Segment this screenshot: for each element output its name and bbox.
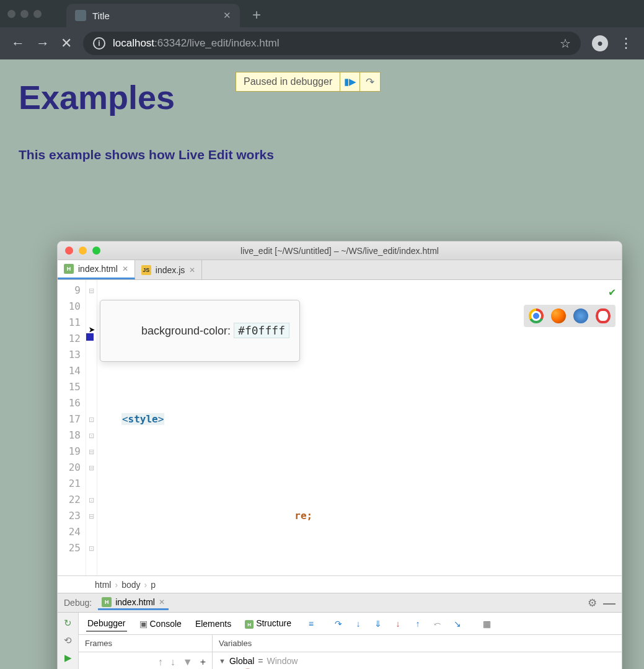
resume-button[interactable]: ▮▶ [340, 72, 360, 91]
line-number: 15 [58, 379, 81, 395]
close-icon[interactable]: ✕ [159, 598, 165, 606]
fold-icon[interactable]: ⊡ [86, 492, 97, 508]
line-number: 17 [58, 411, 81, 427]
tab-bar: Title ✕ + [0, 0, 644, 27]
firefox-icon[interactable] [551, 308, 566, 323]
fold-icon[interactable]: ⊟ [86, 282, 97, 299]
checkmark-icon: ✔ [609, 284, 615, 300]
editor[interactable]: 9 10 11 12 13 14 15 16 17 18 19 20 21 22… [58, 280, 622, 575]
code-line [100, 556, 622, 572]
run-to-cursor-icon[interactable]: ↘ [451, 618, 464, 630]
fold-icon[interactable]: ⊡ [86, 540, 97, 556]
window-max-icon [33, 10, 42, 18]
line-number: 10 [58, 299, 81, 315]
browser-tab[interactable]: Title ✕ [66, 4, 240, 27]
code-area[interactable]: background-color: #f0ffff ➤ ✔ <style> re… [97, 280, 622, 575]
collapse-icon[interactable]: ▼ [219, 657, 226, 665]
line-gutter: 9 10 11 12 13 14 15 16 17 18 19 20 21 22… [58, 280, 86, 575]
var-row[interactable]: ▼ Global = Window [213, 655, 622, 667]
gear-icon[interactable]: ⚙ [588, 597, 597, 610]
step-over-button[interactable]: ↷ [360, 72, 380, 91]
breadcrumb[interactable]: html › body › p [58, 575, 622, 593]
stop-icon[interactable]: ✕ [61, 35, 72, 51]
down-icon[interactable]: ↓ [170, 657, 175, 668]
ide-window-controls[interactable] [65, 247, 100, 255]
back-icon[interactable]: ← [11, 35, 25, 51]
force-step-into-icon[interactable]: ⇓ [372, 618, 384, 630]
window-min-icon [20, 10, 29, 18]
step-controls: ↷ ↓ ⇓ ↓ ↑ ⤺ ↘ ▦ [332, 618, 493, 630]
line-number: 25 [58, 540, 81, 556]
fold-icon[interactable]: ⊟ [86, 460, 97, 476]
tab-elements[interactable]: Elements [194, 616, 232, 631]
line-number: 9 [58, 282, 81, 299]
filter-icon[interactable]: ▼ [183, 657, 193, 668]
url-bar[interactable]: i localhost:63342/live_edit/index.html ☆ [83, 32, 581, 55]
close-icon[interactable]: ✕ [122, 265, 128, 273]
ide-titlebar[interactable]: live_edit [~/WS/untitled] – ~/WS/live_ed… [58, 242, 622, 260]
hide-icon[interactable]: — [603, 596, 615, 610]
chevron-right-icon: › [144, 580, 147, 590]
reload-icon[interactable]: ⟲ [64, 635, 72, 646]
fold-icon[interactable]: ⊟ [86, 508, 97, 524]
opera-icon[interactable] [596, 308, 611, 323]
debug-body: Frames ↑ ↓ ▼ + live_edit/index.js:1 » [79, 635, 622, 669]
html-file-icon: H [102, 597, 112, 607]
info-icon[interactable]: i [93, 37, 105, 50]
step-into-icon[interactable]: ↓ [352, 618, 364, 630]
debug-tabs-toolbar: Debugger ▣Console Elements H Structure ≡… [79, 613, 622, 635]
tab-debugger[interactable]: Debugger [86, 616, 127, 632]
close-icon[interactable]: ✕ [223, 10, 231, 21]
debug-session-tab[interactable]: H index.html ✕ [98, 596, 169, 610]
code-line: re; [100, 508, 622, 524]
line-number: 20 [58, 460, 81, 476]
chrome-icon[interactable] [529, 308, 544, 323]
url-path: /live_edit/index.html [187, 37, 279, 49]
favicon-icon [75, 10, 86, 21]
step-out-icon[interactable]: ↑ [412, 618, 424, 630]
rerun-icon[interactable]: ↻ [64, 618, 72, 629]
url-host: localhost [113, 37, 154, 49]
window-controls[interactable] [7, 10, 42, 18]
close-icon[interactable]: ✕ [189, 266, 195, 274]
file-tab-label: index.js [156, 265, 185, 275]
line-number: 22 [58, 492, 81, 508]
file-tabs: H index.html ✕ JS index.js ✕ [58, 260, 622, 280]
crumb[interactable]: body [121, 580, 140, 590]
page-paragraph: This example shows how Live Edit works [19, 147, 625, 162]
line-number: 24 [58, 524, 81, 540]
new-tab-button[interactable]: + [252, 6, 261, 24]
threads-icon[interactable]: ≡ [305, 618, 317, 630]
js-file-icon: JS [141, 265, 151, 275]
url-text: localhost:63342/live_edit/index.html [113, 37, 552, 50]
safari-icon[interactable] [573, 308, 588, 323]
crumb[interactable]: p [151, 580, 156, 590]
crumb[interactable]: html [95, 580, 111, 590]
fold-icon[interactable]: ⊡ [86, 427, 97, 444]
file-tab-index-js[interactable]: JS index.js ✕ [135, 260, 202, 279]
tab-structure[interactable]: H Structure [244, 616, 293, 632]
star-icon[interactable]: ☆ [560, 36, 571, 51]
open-in-browser-toolbar [524, 305, 615, 327]
var-value: Window [267, 656, 298, 666]
forward-icon[interactable]: → [36, 35, 50, 51]
maximize-icon [92, 247, 100, 255]
line-number: 14 [58, 363, 81, 379]
step-over-icon[interactable]: ↷ [332, 618, 345, 630]
evaluate-icon[interactable]: ▦ [481, 618, 493, 630]
drop-frame-icon[interactable]: ⤺ [431, 618, 444, 630]
tab-title: Title [92, 11, 223, 21]
menu-icon[interactable]: ⋮ [619, 35, 633, 51]
fold-icon[interactable]: ⊟ [86, 444, 97, 460]
up-icon[interactable]: ↑ [158, 657, 163, 668]
page-viewport: Paused in debugger ▮▶ ↷ Examples This ex… [0, 59, 644, 669]
minimize-icon [79, 247, 87, 255]
step-into-my-icon[interactable]: ↓ [392, 618, 404, 630]
resume-icon[interactable]: ▶ [64, 652, 72, 663]
profile-icon[interactable]: ● [592, 35, 608, 51]
fold-icon[interactable]: ⊡ [86, 411, 97, 427]
variables-tree[interactable]: ▼ Global = Window ▶ λ postMessage = func… [213, 652, 622, 669]
tab-console[interactable]: ▣Console [138, 616, 183, 631]
add-icon[interactable]: + [200, 657, 206, 668]
file-tab-index-html[interactable]: H index.html ✕ [58, 260, 135, 279]
